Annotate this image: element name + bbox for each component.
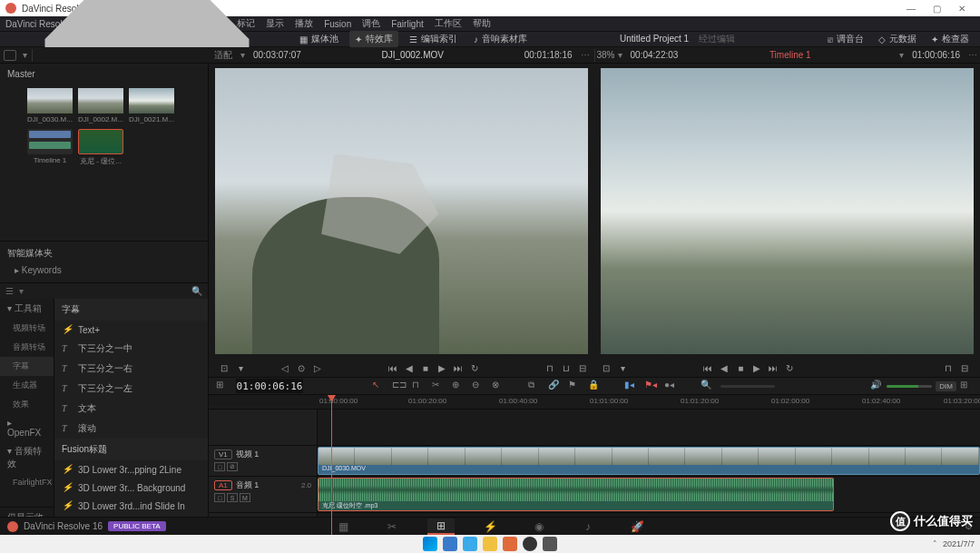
fx-item[interactable]: T下三分之一中 <box>54 339 208 359</box>
flag-icon[interactable]: ⚑ <box>568 380 581 392</box>
track-badge[interactable]: A1 <box>214 480 232 490</box>
effects-library-button[interactable]: ✦特效库 <box>349 31 398 47</box>
taskbar-app-icon[interactable] <box>543 537 557 551</box>
loop-button[interactable]: ↻ <box>783 361 796 374</box>
tray-date[interactable]: 2021/7/7 <box>943 539 975 548</box>
tray-chevron-icon[interactable]: ˄ <box>933 539 937 548</box>
dropdown-icon[interactable]: ▾ <box>23 50 27 60</box>
chevron-down-icon[interactable]: ▾ <box>19 286 24 296</box>
edit-index-button[interactable]: ☰编辑索引 <box>404 31 463 47</box>
audio-clip[interactable]: 克尼 缓位时空 .mp3 <box>318 478 834 511</box>
taskbar-app-icon[interactable] <box>503 537 517 551</box>
source-clip-name[interactable]: DJI_0002.MOV <box>307 50 519 60</box>
track-disable-button[interactable]: ⊘ <box>227 462 238 471</box>
stop-button[interactable]: ■ <box>734 361 747 374</box>
mark-dot-icon[interactable]: ⊙ <box>295 361 308 374</box>
first-frame-button[interactable]: ⏮ <box>701 361 714 374</box>
source-canvas[interactable] <box>215 68 588 354</box>
track-mute-button[interactable]: M <box>240 493 250 502</box>
panel-layout-icon[interactable]: ⊞ <box>960 380 973 392</box>
fusion-page-button[interactable]: ⚡ <box>476 518 504 535</box>
master-bin-label[interactable]: Master <box>0 64 208 84</box>
overlay-icon[interactable]: ▾ <box>234 361 247 374</box>
video-clip[interactable]: DJI_0030.MOV <box>318 447 980 475</box>
program-canvas[interactable] <box>601 68 974 354</box>
color-page-button[interactable]: ◉ <box>525 518 553 535</box>
taskbar-app-icon[interactable] <box>523 537 537 551</box>
fx-item[interactable]: T下三分之一左 <box>54 379 208 399</box>
category-openfx[interactable]: ▸ OpenFX <box>0 414 54 441</box>
category-effects[interactable]: 效果 <box>0 395 54 414</box>
cut-page-button[interactable]: ✂ <box>378 518 406 535</box>
smart-folder-item[interactable]: ▸ Keywords <box>7 263 201 277</box>
fx-item[interactable]: T下三分之一右 <box>54 359 208 379</box>
replace-tool[interactable]: ⊗ <box>492 380 505 392</box>
list-view-icon[interactable]: ☰ <box>5 286 14 296</box>
insert-tool[interactable]: ⊕ <box>452 380 465 392</box>
minimize-button[interactable]: — <box>898 4 924 14</box>
replace-icon[interactable]: ⊟ <box>576 361 589 374</box>
marker-gray-icon[interactable]: ●◂ <box>664 380 677 392</box>
trim-tool[interactable]: ⊏⊐ <box>392 380 405 392</box>
category-toolbox[interactable]: ▾ 工具箱 <box>0 299 54 319</box>
match-frame-icon[interactable]: ⊡ <box>600 361 612 374</box>
mark-in-icon[interactable]: ◁ <box>279 361 291 374</box>
audio-clip-thumbnail[interactable]: 克尼 - 缓位... <box>78 129 123 166</box>
track-solo-button[interactable]: S <box>227 493 238 502</box>
sound-library-button[interactable]: ♪音响素材库 <box>468 31 533 47</box>
play-button[interactable]: ▶ <box>436 361 448 374</box>
overlay-icon[interactable]: ▾ <box>616 361 629 374</box>
timeline-view-icon[interactable]: ⊞ <box>216 380 229 392</box>
fx-item[interactable]: ⚡3D Lower 3r...pping 2Line <box>54 460 208 479</box>
overwrite-tool[interactable]: ⊖ <box>472 380 485 392</box>
menu-item[interactable]: 帮助 <box>473 17 491 30</box>
deliver-page-button[interactable]: 🚀 <box>623 518 651 535</box>
menu-item[interactable]: Fusion <box>324 19 351 29</box>
zoom-search-icon[interactable]: 🔍 <box>701 380 713 392</box>
mark-out-icon[interactable]: ▷ <box>311 361 324 374</box>
prev-frame-button[interactable]: ◀ <box>403 361 416 374</box>
clip-thumbnail[interactable]: DJI_0030.M... <box>27 88 73 123</box>
source-menu-icon[interactable]: ⋯ <box>581 50 590 60</box>
play-button[interactable]: ▶ <box>750 361 763 374</box>
panel-toggle[interactable] <box>4 50 16 61</box>
metadata-button[interactable]: ◇元数据 <box>873 31 922 47</box>
timeline-name[interactable]: Timeline 1 <box>683 50 897 60</box>
prev-frame-button[interactable]: ◀ <box>718 361 730 374</box>
next-frame-button[interactable]: ⏭ <box>767 361 779 374</box>
clip-thumbnail[interactable]: DJI_0021.M... <box>129 88 174 123</box>
blade-tool[interactable]: ✂ <box>432 380 445 392</box>
mixer-button[interactable]: ⎚调音台 <box>822 31 869 47</box>
category-fairlightfx[interactable]: FairlightFX <box>0 474 54 490</box>
menu-item[interactable]: 播放 <box>295 17 313 30</box>
fx-item[interactable]: T文本 <box>54 399 208 419</box>
selection-tool[interactable]: ↖ <box>372 380 385 392</box>
empty-track-area[interactable] <box>209 410 980 446</box>
category-video-transition[interactable]: 视频转场 <box>0 319 54 338</box>
menu-item[interactable]: Fairlight <box>391 19 424 29</box>
track-lock-button[interactable]: □ <box>214 462 225 471</box>
program-menu-icon[interactable]: ⋯ <box>968 50 977 60</box>
fx-item[interactable]: ⚡Text+ <box>54 321 208 339</box>
inspector-button[interactable]: ✦检查器 <box>926 31 975 47</box>
fairlight-page-button[interactable]: ♪ <box>574 518 602 535</box>
insert-icon[interactable]: ⊓ <box>942 361 955 374</box>
fx-item[interactable]: T滚动 <box>54 419 208 439</box>
clip-thumbnail[interactable]: DJI_0002.M... <box>78 88 123 123</box>
category-generators[interactable]: 生成器 <box>0 376 54 395</box>
taskbar-app-icon[interactable] <box>463 537 477 551</box>
close-button[interactable]: ✕ <box>949 4 975 14</box>
zoom-slider[interactable] <box>720 385 775 388</box>
media-page-button[interactable]: ▦ <box>329 518 357 535</box>
marker-red-icon[interactable]: ⚑◂ <box>644 380 657 392</box>
fx-item[interactable]: ⚡3D Lower 3r... Background <box>54 479 208 497</box>
next-frame-button[interactable]: ⏭ <box>452 361 465 374</box>
category-titles[interactable]: 字幕 <box>0 357 54 376</box>
dim-button[interactable]: DIM <box>936 381 956 391</box>
taskbar-app-icon[interactable] <box>483 537 497 551</box>
track-badge[interactable]: V1 <box>214 449 232 459</box>
loop-button[interactable]: ↻ <box>468 361 481 374</box>
link-toggle[interactable]: 🔗 <box>548 380 561 392</box>
zoom-percent[interactable]: 38% <box>597 50 615 60</box>
start-button[interactable] <box>423 537 437 551</box>
